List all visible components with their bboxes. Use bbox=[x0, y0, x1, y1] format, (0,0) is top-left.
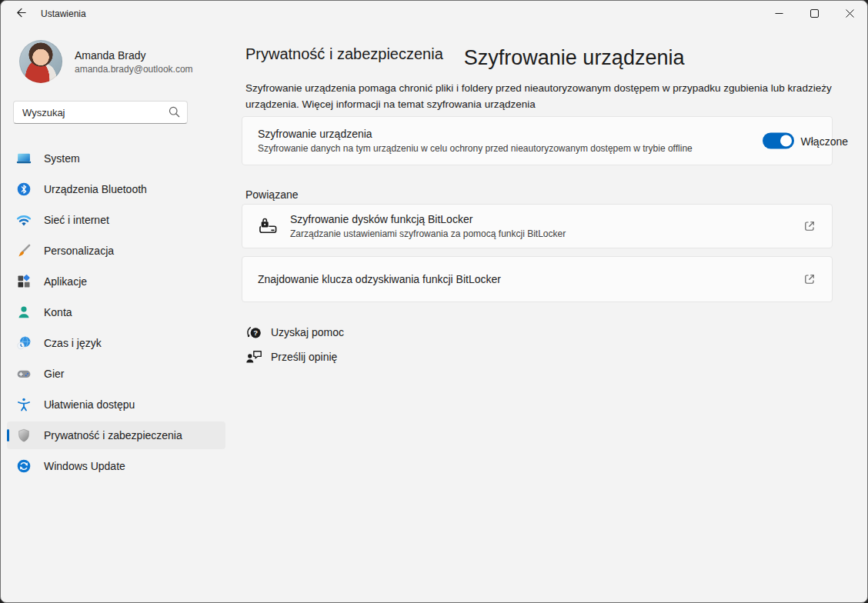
external-link-icon bbox=[803, 219, 816, 233]
page-heading: Prywatność i zabezpieczenia Szyfrowanie … bbox=[242, 45, 833, 70]
bitlocker-recovery-key-card[interactable]: Znajdowanie klucza odzyskiwania funkcji … bbox=[242, 256, 833, 302]
bluetooth-icon bbox=[16, 182, 32, 197]
main-content: Prywatność i zabezpieczenia Szyfrowanie … bbox=[232, 27, 867, 602]
close-button[interactable] bbox=[832, 1, 867, 27]
personalization-icon bbox=[16, 243, 32, 258]
sidebar: Amanda Brady amanda.brady@outlook.com Sy… bbox=[1, 27, 232, 602]
privacy-icon bbox=[16, 428, 32, 443]
profile-name: Amanda Brady bbox=[75, 49, 193, 62]
device-encryption-card: Szyfrowanie urządzenia Szyfrowanie danyc… bbox=[242, 116, 833, 165]
sidebar-item-windows-update[interactable]: Windows Update bbox=[7, 452, 225, 480]
bitlocker-card-title: Szyfrowanie dysków funkcją BitLocker bbox=[290, 213, 566, 225]
titlebar: Ustawienia bbox=[1, 1, 867, 27]
minimize-button[interactable] bbox=[761, 1, 796, 27]
sidebar-item-label: Prywatność i zabezpieczenia bbox=[44, 429, 182, 441]
send-feedback-link[interactable]: Prześlij opinię bbox=[245, 347, 833, 367]
back-button[interactable] bbox=[8, 4, 33, 24]
sidebar-item-label: Windows Update bbox=[44, 460, 125, 472]
sidebar-item-label: Czas i język bbox=[44, 337, 102, 349]
toggle-switch-on[interactable] bbox=[763, 133, 794, 149]
search-box bbox=[13, 101, 188, 124]
settings-window: Ustawienia Amanda Brady amanda.brady@out… bbox=[0, 0, 868, 603]
sidebar-item-label: Personalizacja bbox=[44, 245, 114, 257]
sidebar-item-apps[interactable]: Aplikacje bbox=[7, 268, 225, 295]
breadcrumb: Prywatność i zabezpieczenia bbox=[245, 45, 443, 63]
toggle-state-label: Włączone bbox=[801, 135, 848, 147]
windows-update-icon bbox=[16, 458, 32, 474]
help-links: ? Uzyskaj pomoc Prześlij opinię bbox=[242, 322, 833, 367]
sidebar-item-label: System bbox=[44, 152, 80, 165]
recovery-key-card-title: Znajdowanie klucza odzyskiwania funkcji … bbox=[258, 273, 501, 285]
sidebar-item-network[interactable]: Sieć i internet bbox=[7, 206, 225, 234]
network-icon bbox=[16, 212, 32, 228]
user-profile[interactable]: Amanda Brady amanda.brady@outlook.com bbox=[19, 40, 232, 83]
sidebar-item-label: Aplikacje bbox=[44, 275, 87, 288]
system-icon bbox=[16, 151, 32, 166]
sidebar-item-label: Sieć i internet bbox=[44, 214, 109, 226]
device-encryption-toggle[interactable]: Włączone bbox=[763, 133, 848, 149]
sidebar-nav: System Urządzenia Bluetooth Sieć i inter… bbox=[7, 145, 225, 480]
sidebar-item-gaming[interactable]: Gier bbox=[7, 360, 225, 388]
sidebar-item-label: Ułatwienia dostępu bbox=[44, 398, 135, 411]
avatar bbox=[19, 40, 62, 83]
external-link-icon bbox=[803, 272, 816, 286]
get-help-icon: ? bbox=[245, 324, 262, 341]
bitlocker-card-subtitle: Zarządzanie ustawieniami szyfrowania za … bbox=[290, 228, 566, 239]
maximize-button[interactable] bbox=[796, 1, 832, 27]
page-description: Szyfrowanie urządzenia pomaga chronić pl… bbox=[242, 80, 851, 112]
accessibility-icon bbox=[16, 397, 32, 412]
get-help-link[interactable]: ? Uzyskaj pomoc bbox=[245, 322, 833, 342]
bitlocker-lock-icon bbox=[258, 216, 278, 236]
device-encryption-title: Szyfrowanie urządzenia bbox=[258, 128, 693, 140]
sidebar-item-personalization[interactable]: Personalizacja bbox=[7, 237, 225, 265]
sidebar-item-label: Urządzenia Bluetooth bbox=[44, 183, 147, 195]
back-icon bbox=[15, 7, 27, 21]
sidebar-item-bluetooth[interactable]: Urządzenia Bluetooth bbox=[7, 175, 225, 203]
search-icon bbox=[168, 105, 181, 122]
accounts-icon bbox=[16, 305, 32, 320]
profile-email: amanda.brady@outlook.com bbox=[75, 64, 193, 75]
sidebar-item-accessibility[interactable]: Ułatwienia dostępu bbox=[7, 391, 225, 418]
page-title: Szyfrowanie urządzenia bbox=[464, 46, 685, 70]
gaming-icon bbox=[16, 366, 32, 381]
feedback-icon bbox=[245, 348, 262, 365]
sidebar-item-time-language[interactable]: Czas i język bbox=[7, 329, 225, 357]
sidebar-item-system[interactable]: System bbox=[7, 145, 225, 172]
search-input[interactable] bbox=[13, 101, 188, 124]
related-section-header: Powiązane bbox=[242, 188, 833, 201]
close-icon bbox=[846, 8, 854, 20]
sidebar-item-label: Konta bbox=[44, 306, 72, 318]
time-language-icon bbox=[16, 335, 32, 351]
window-controls bbox=[761, 1, 867, 27]
svg-text:?: ? bbox=[253, 328, 258, 337]
minimize-icon bbox=[775, 8, 783, 20]
sidebar-item-accounts[interactable]: Konta bbox=[7, 298, 225, 326]
window-title: Ustawienia bbox=[41, 8, 761, 19]
device-encryption-subtitle: Szyfrowanie danych na tym urządzeniu w c… bbox=[258, 143, 693, 154]
bitlocker-drive-encryption-card[interactable]: Szyfrowanie dysków funkcją BitLocker Zar… bbox=[242, 204, 833, 248]
apps-icon bbox=[16, 274, 32, 289]
maximize-icon bbox=[810, 8, 819, 20]
sidebar-item-label: Gier bbox=[44, 368, 64, 380]
get-help-label: Uzyskaj pomoc bbox=[271, 326, 344, 338]
send-feedback-label: Prześlij opinię bbox=[271, 351, 337, 363]
sidebar-item-privacy-security[interactable]: Prywatność i zabezpieczenia bbox=[7, 421, 225, 449]
